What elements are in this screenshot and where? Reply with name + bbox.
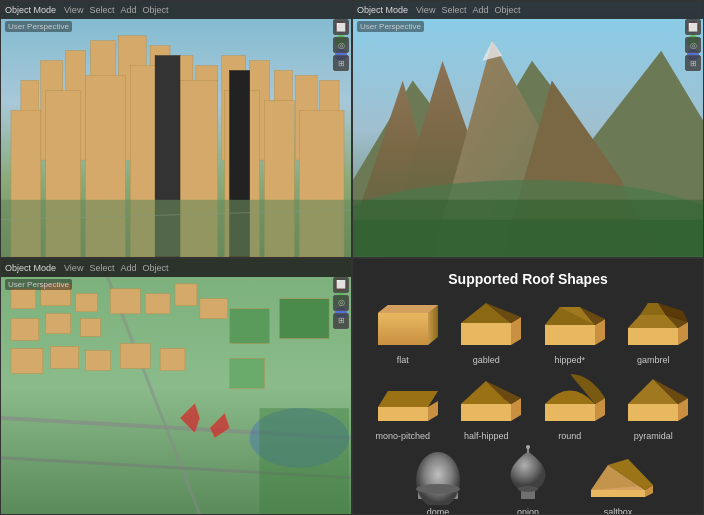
- roof-shape-saltbox: [583, 445, 653, 505]
- panel-mountain: Object Mode View Select Add Object User …: [352, 0, 704, 258]
- nav-view-tr[interactable]: View: [416, 5, 435, 15]
- panel-aerial: Object Mode View Select Add Object User …: [0, 258, 352, 516]
- aerial-render: [1, 259, 351, 515]
- nav-object-tr[interactable]: Object: [494, 5, 520, 15]
- svg-point-103: [526, 445, 530, 449]
- svg-marker-83: [378, 391, 438, 407]
- nav-object-tl[interactable]: Object: [142, 5, 168, 15]
- nav-add-bl[interactable]: Add: [120, 263, 136, 273]
- city-3d-scene: [1, 1, 351, 257]
- roof-label-mono: mono-pitched: [375, 431, 430, 441]
- nav-view-bl[interactable]: View: [64, 263, 83, 273]
- nav-add-tr[interactable]: Add: [472, 5, 488, 15]
- nav-select-tl[interactable]: Select: [89, 5, 114, 15]
- roof-shape-round: [535, 369, 605, 429]
- mountain-render: [353, 1, 703, 257]
- tool-1-tr[interactable]: ⬜: [685, 19, 701, 35]
- roof-shape-hipped: [535, 293, 605, 353]
- svg-point-98: [416, 452, 460, 505]
- tool-2-tl[interactable]: ◎: [333, 37, 349, 53]
- nav-select-tr[interactable]: Select: [441, 5, 466, 15]
- svg-marker-85: [461, 404, 511, 421]
- roof-shape-dome: [403, 445, 473, 505]
- perspective-bl: User Perspective: [5, 279, 72, 290]
- roof-item-mono: mono-pitched: [363, 369, 443, 441]
- svg-rect-35: [353, 200, 703, 257]
- tool-3-tl[interactable]: ⊞: [333, 55, 349, 71]
- panel-header-topleft: Object Mode View Select Add Object: [1, 1, 351, 19]
- tool-3-tr[interactable]: ⊞: [685, 55, 701, 71]
- roof-item-gabled: gabled: [447, 293, 527, 365]
- roof-shape-pyramidal: [618, 369, 688, 429]
- svg-marker-65: [378, 305, 438, 313]
- svg-rect-55: [230, 308, 270, 343]
- roof-shape-gabled: [451, 293, 521, 353]
- svg-marker-70: [545, 325, 595, 345]
- tool-1-bl[interactable]: ⬜: [333, 277, 349, 293]
- svg-rect-51: [51, 346, 79, 368]
- roof-shape-onion: [493, 445, 563, 505]
- nav-view-tl[interactable]: View: [64, 5, 83, 15]
- svg-point-99: [416, 484, 460, 494]
- svg-rect-47: [145, 293, 170, 313]
- roof-label-onion: onion: [517, 507, 539, 516]
- nav-object-bl[interactable]: Object: [142, 263, 168, 273]
- svg-marker-108: [591, 459, 653, 490]
- roof-label-gabled: gabled: [473, 355, 500, 365]
- roof-item-hipped: hipped*: [530, 293, 610, 365]
- roof-label-flat: flat: [397, 355, 409, 365]
- roof-item-dome: dome: [403, 445, 473, 516]
- roof-shape-halfhipped: [451, 369, 521, 429]
- svg-rect-48: [175, 283, 197, 305]
- roof-item-gambrel: gambrel: [614, 293, 694, 365]
- svg-marker-81: [378, 407, 428, 421]
- roof-label-saltbox: saltbox: [604, 507, 633, 516]
- roof-grid-top: flat gabled: [361, 293, 695, 441]
- svg-rect-45: [81, 318, 101, 336]
- svg-rect-61: [260, 408, 349, 514]
- tool-2-bl[interactable]: ◎: [333, 295, 349, 311]
- svg-marker-66: [461, 323, 511, 345]
- roof-shape-flat: [368, 293, 438, 353]
- city-3d-render: [1, 1, 351, 257]
- roof-label-hipped: hipped*: [554, 355, 585, 365]
- svg-rect-49: [200, 298, 228, 318]
- panel-city-3d: Object Mode View Select Add Object User …: [0, 0, 352, 258]
- nav-add-tl[interactable]: Add: [120, 5, 136, 15]
- toolbar-bl: ⬜ ◎ ⊞: [333, 277, 349, 329]
- mode-label-bl[interactable]: Object Mode: [5, 263, 56, 273]
- roof-item-flat: flat: [363, 293, 443, 365]
- tool-2-tr[interactable]: ◎: [685, 37, 701, 53]
- svg-rect-46: [110, 288, 140, 313]
- panel-header-bottomleft: Object Mode View Select Add Object: [1, 259, 351, 277]
- mode-label-tr[interactable]: Object Mode: [357, 5, 408, 15]
- roof-item-round: round: [530, 369, 610, 441]
- svg-rect-53: [120, 343, 150, 368]
- roof-item-onion: onion: [493, 445, 563, 516]
- mode-label-tl[interactable]: Object Mode: [5, 5, 56, 15]
- main-grid: Object Mode View Select Add Object User …: [0, 0, 704, 515]
- svg-marker-93: [628, 404, 678, 421]
- nav-select-bl[interactable]: Select: [89, 263, 114, 273]
- svg-marker-62: [378, 313, 428, 345]
- roof-item-pyramidal: pyramidal: [614, 369, 694, 441]
- roof-label-gambrel: gambrel: [637, 355, 670, 365]
- roof-panel-title: Supported Roof Shapes: [361, 267, 695, 287]
- roof-label-round: round: [558, 431, 581, 441]
- roof-label-halfhipped: half-hipped: [464, 431, 509, 441]
- svg-rect-43: [11, 318, 39, 340]
- roof-item-halfhipped: half-hipped: [447, 369, 527, 441]
- svg-rect-57: [230, 358, 265, 388]
- perspective-tr: User Perspective: [357, 21, 424, 32]
- svg-rect-54: [160, 348, 185, 370]
- roof-label-dome: dome: [427, 507, 450, 516]
- svg-marker-75: [628, 328, 678, 345]
- roof-shape-mono: [368, 369, 438, 429]
- panel-roof-shapes: Supported Roof Shapes: [352, 258, 704, 516]
- svg-rect-52: [86, 350, 111, 370]
- svg-rect-40: [11, 288, 36, 308]
- tool-1-tl[interactable]: ⬜: [333, 19, 349, 35]
- tool-3-bl[interactable]: ⊞: [333, 313, 349, 329]
- svg-rect-24: [1, 200, 351, 257]
- svg-marker-104: [591, 490, 645, 497]
